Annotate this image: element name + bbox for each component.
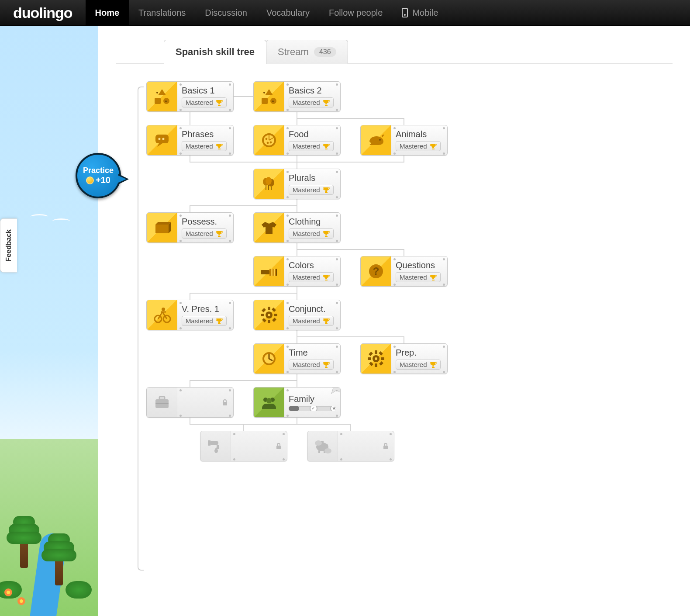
skill-family[interactable]: Family✓★ (253, 387, 341, 418)
star-icon (327, 387, 341, 397)
skill-title: V. Pres. 1 (182, 304, 229, 314)
skill-body: QuestionsMastered (391, 256, 447, 286)
skill-tree: Basics 1MasteredBasics 2MasteredPhrasesM… (146, 81, 522, 588)
skill-tile (254, 344, 284, 374)
practice-points: +10 (86, 175, 110, 185)
nav-mobile[interactable]: Mobile (392, 0, 448, 26)
nav-home[interactable]: Home (86, 0, 129, 26)
skill-plurals[interactable]: PluralsMastered (253, 169, 341, 199)
bush-icon (66, 581, 92, 599)
tab-skill-tree[interactable]: Spanish skill tree (164, 40, 266, 64)
trophy-icon (216, 143, 223, 150)
skill-questions[interactable]: QuestionsMastered (360, 256, 448, 287)
skill-locked1 (146, 387, 234, 418)
skill-prep[interactable]: Prep.Mastered (360, 343, 448, 374)
content-tabs: Spanish skill tree Stream 436 (116, 39, 673, 64)
skill-title: Basics 1 (182, 86, 229, 96)
shirt-icon (260, 218, 278, 237)
skill-food[interactable]: FoodMastered (253, 125, 341, 156)
nav-follow-people[interactable]: Follow people (319, 0, 392, 26)
nav-vocabulary[interactable]: Vocabulary (257, 0, 319, 26)
mastered-badge: Mastered (289, 141, 334, 151)
trophy-icon (323, 361, 330, 368)
whale-icon (367, 131, 385, 149)
skill-body: Basics 2Mastered (284, 82, 340, 111)
clock-icon (260, 350, 278, 368)
mastered-badge: Mastered (289, 97, 334, 107)
skill-animals[interactable]: AnimalsMastered (360, 125, 448, 156)
briefcase-icon (153, 393, 171, 412)
tab-stream[interactable]: Stream 436 (266, 40, 348, 64)
skill-tile (147, 125, 177, 155)
skill-title: Food (289, 129, 336, 139)
brand-logo[interactable]: duolingo (13, 4, 72, 21)
mastered-badge: Mastered (396, 272, 441, 282)
trophy-icon (323, 230, 330, 237)
flower-icon (17, 597, 25, 605)
mastered-badge: Mastered (396, 141, 441, 151)
trophy-icon (430, 361, 437, 368)
skill-body (231, 431, 287, 461)
skill-basics2[interactable]: Basics 2Mastered (253, 81, 341, 112)
flower-icon (4, 588, 12, 596)
trophy-icon (430, 274, 437, 281)
skill-title: Clothing (289, 217, 336, 227)
skill-tile (254, 300, 284, 330)
skill-clothing[interactable]: ClothingMastered (253, 212, 341, 243)
skill-title: Plurals (289, 173, 336, 183)
phone-icon (402, 8, 408, 17)
skill-body: AnimalsMastered (391, 125, 447, 155)
skill-tile (200, 431, 231, 461)
mastered-badge: Mastered (289, 316, 334, 326)
skill-possess[interactable]: Possess.Mastered (146, 212, 234, 243)
skill-conjunct[interactable]: Conjunct.Mastered (253, 300, 341, 330)
piggy-icon (313, 437, 331, 455)
tree-trunk-line (138, 87, 144, 571)
skill-title: Prep. (396, 348, 443, 358)
mastered-badge: Mastered (182, 141, 227, 151)
skill-phrases[interactable]: PhrasesMastered (146, 125, 234, 156)
skill-body: PhrasesMastered (177, 125, 233, 155)
skill-tile (361, 256, 391, 286)
trophy-icon (323, 274, 330, 281)
nav-mobile-label: Mobile (412, 8, 438, 18)
practice-label: Practice (83, 166, 114, 175)
skill-body: V. Pres. 1Mastered (177, 300, 233, 330)
feedback-tab[interactable]: Feedback (0, 218, 17, 273)
skill-tile (254, 82, 284, 111)
skill-tile (254, 169, 284, 199)
skill-body: ClothingMastered (284, 213, 340, 242)
nav-translations[interactable]: Translations (129, 0, 195, 26)
lock-icon (382, 442, 390, 450)
skill-time[interactable]: TimeMastered (253, 343, 341, 374)
skill-colors[interactable]: ColorsMastered (253, 256, 341, 287)
skill-tile (361, 344, 391, 374)
skill-title: Time (289, 348, 336, 358)
scenery-panel (0, 26, 98, 616)
practice-button[interactable]: Practice +10 (76, 153, 121, 198)
coin-icon (86, 176, 94, 184)
pointer-icon (118, 174, 129, 184)
faucet-icon (206, 437, 224, 455)
skill-progress: ✓★ (289, 406, 336, 411)
skill-tile (254, 256, 284, 286)
speech-icon (153, 131, 171, 149)
lock-icon (275, 442, 283, 450)
trophy-icon (216, 230, 223, 237)
skill-body: Prep.Mastered (391, 344, 447, 374)
skill-tile (147, 82, 177, 111)
skill-tile (307, 431, 338, 461)
tab-skill-tree-label: Spanish skill tree (176, 46, 255, 58)
shapes-icon (153, 87, 171, 106)
skill-title: Colors (289, 260, 336, 270)
brush-icon (260, 262, 278, 280)
skill-basics1[interactable]: Basics 1Mastered (146, 81, 234, 112)
skill-tile (147, 388, 177, 417)
skill-locked2 (200, 431, 287, 461)
trophy-icon (216, 99, 223, 106)
mastered-badge: Mastered (289, 228, 334, 239)
skill-body: Basics 1Mastered (177, 82, 233, 111)
skill-title: Phrases (182, 129, 229, 139)
skill-vpres1[interactable]: V. Pres. 1Mastered (146, 300, 234, 330)
nav-discussion[interactable]: Discussion (195, 0, 257, 26)
